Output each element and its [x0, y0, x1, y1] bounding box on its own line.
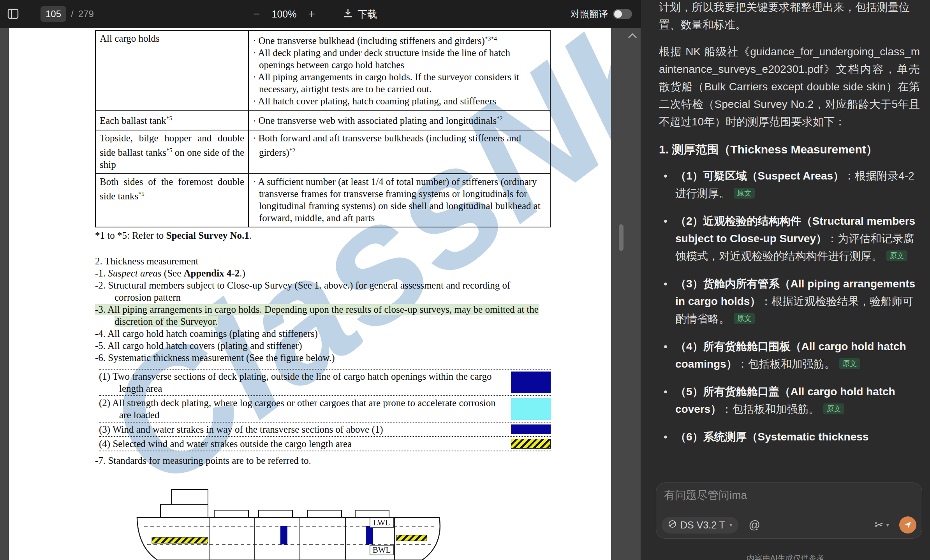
table-footnote: *1 to *5: Refer to Special Survey No.1.: [95, 229, 549, 241]
chat-section-heading: 1. 测厚范围（Thickness Measurement）: [659, 141, 920, 158]
pdf-viewer: 105 / 279 − 100% + 下载 对照翻译 ClassNK: [0, 0, 641, 560]
send-button[interactable]: [899, 516, 916, 534]
legend-swatch-cyan: [511, 398, 551, 420]
chevron-up-icon: [628, 33, 637, 40]
download-button[interactable]: 下载: [343, 0, 377, 28]
table-cell-scope: Each ballast tank*5: [95, 110, 248, 130]
pdf-scrollbar-thumb[interactable]: [619, 224, 624, 251]
scissors-icon: ✂: [875, 519, 884, 531]
source-ref-badge[interactable]: 原文: [734, 313, 755, 324]
table-row: All cargo holds One transverse bulkhead …: [95, 30, 550, 110]
mention-button[interactable]: @: [749, 519, 760, 532]
source-highlight: -3. All piping arrangements in cargo hol…: [95, 304, 539, 327]
sidebar-toggle-button[interactable]: [7, 8, 19, 21]
table-cell-scope: Topside, bilge hopper and double side ba…: [95, 130, 248, 174]
table-cell-detail: One transverse bulkhead (including stiff…: [248, 30, 550, 110]
source-ref-badge[interactable]: 原文: [734, 188, 755, 199]
source-ref-badge[interactable]: 原文: [886, 250, 907, 261]
measure-row: (1) Two transverse sections of deck plat…: [99, 369, 551, 396]
composer[interactable]: DS V3.2 T ▾ @ ✂▾: [656, 483, 922, 539]
systematic-measure-list: (1) Two transverse sections of deck plat…: [99, 369, 551, 451]
measure-row: (4) Selected wind and water strakes outs…: [99, 437, 551, 451]
legend-swatch-hatched: [511, 439, 551, 449]
zoom-controls: − 100% +: [253, 0, 315, 28]
list-item: -6. Systematic thickness measurement (Se…: [95, 352, 549, 364]
chat-bullet: （4）所有货舱舱口围板（All cargo hold hatch coaming…: [659, 338, 920, 373]
chat-message-partial: 计划，所以我要把关键要求都整理出来，包括测量位置、数量和标准。: [659, 0, 920, 33]
chevron-down-icon: ▾: [886, 521, 889, 528]
legend-swatch-navy: [511, 372, 551, 393]
page-number-input[interactable]: 105: [41, 6, 66, 22]
chat-panel: 计划，所以我要把关键要求都整理出来，包括测量位置、数量和标准。 根据 NK 船级…: [641, 0, 930, 560]
page-indicator: 105 / 279: [41, 0, 94, 28]
table-cell-scope: All cargo holds: [95, 30, 248, 110]
section-title: 2. Thickness measurement: [95, 255, 549, 267]
source-ref-badge[interactable]: 原文: [823, 403, 844, 414]
model-icon: [668, 519, 677, 531]
model-name: DS V3.2 T: [680, 519, 725, 531]
table-cell-detail: A sufficient number (at least 1/4 of tot…: [248, 174, 550, 227]
lwl-label: LWL: [373, 518, 390, 527]
table-row: Topside, bilge hopper and double side ba…: [95, 130, 550, 174]
chat-intro-paragraph: 根据 NK 船级社《guidance_for_undergoing_class_…: [659, 43, 920, 130]
list-item: -2. Structural members subject to Close-…: [95, 279, 549, 303]
chevron-down-icon: ▾: [729, 521, 733, 528]
zoom-out-button[interactable]: −: [253, 8, 260, 20]
list-item: -5. All cargo hold hatch covers (plating…: [95, 340, 549, 352]
chat-bullet: （5）所有货舱舱口盖（All cargo hold hatch covers）：…: [659, 383, 920, 418]
viewer-toolbar: 105 / 279 − 100% + 下载 对照翻译: [0, 0, 641, 28]
send-icon: [904, 520, 912, 530]
zoom-in-button[interactable]: +: [308, 8, 315, 20]
page-divider: /: [71, 9, 74, 19]
chat-input[interactable]: [664, 489, 914, 502]
translate-control: 对照翻译: [571, 0, 632, 28]
bwl-label: BWL: [373, 545, 391, 555]
table-row: Each ballast tank*5 One transverse web w…: [95, 110, 550, 130]
page-total: 279: [78, 9, 94, 19]
legend-swatch-navy: [511, 424, 551, 434]
table-row: Both sides of the foremost double side t…: [95, 174, 550, 227]
source-ref-badge[interactable]: 原文: [839, 358, 860, 369]
snippet-button[interactable]: ✂▾: [875, 519, 889, 531]
scroll-up-button[interactable]: [626, 30, 639, 42]
zoom-level: 100%: [272, 9, 297, 20]
translate-label: 对照翻译: [571, 8, 608, 20]
toggle-knob: [614, 10, 622, 18]
measure-row: (3) Wind and water strakes in way of the…: [99, 423, 551, 437]
survey-scope-table: All cargo holds One transverse bulkhead …: [95, 30, 551, 227]
table-cell-detail: One transverse web with associated plati…: [248, 110, 550, 130]
list-item: -1. Suspect areas (See Appendix 4-2.): [95, 267, 549, 279]
chat-bullet: （1）可疑区域（Suspect Areas）：根据附录4-2进行测厚。原文: [659, 167, 920, 202]
composer-controls: DS V3.2 T ▾ @ ✂▾: [662, 516, 916, 534]
model-selector[interactable]: DS V3.2 T ▾: [662, 517, 738, 534]
chat-bullet: （2）近观检验的结构构件（Structural members subject …: [659, 212, 920, 265]
list-item: -4. All cargo hold hatch coamings (plati…: [95, 328, 549, 340]
chat-messages: 计划，所以我要把关键要求都整理出来，包括测量位置、数量和标准。 根据 NK 船级…: [641, 0, 930, 446]
pdf-page: ClassNK All cargo holds One transverse b…: [9, 28, 611, 560]
app-root: 105 / 279 − 100% + 下载 对照翻译 ClassNK: [0, 0, 930, 560]
list-item-highlighted: -3. All piping arrangements in cargo hol…: [95, 303, 549, 328]
measure-row: (2) All strength deck plating, where log…: [99, 396, 551, 423]
pdf-content: All cargo holds One transverse bulkhead …: [9, 28, 611, 560]
translate-toggle[interactable]: [613, 9, 632, 19]
sidebar-panel-icon: [7, 15, 19, 21]
ai-disclaimer: 内容由AI生成仅供参考: [641, 553, 930, 560]
download-icon: [343, 8, 353, 21]
list-item: -7. Standards for measuring points are t…: [95, 454, 549, 467]
chat-bullet: （6）系统测厚（Systematic thickness: [659, 428, 920, 446]
ship-diagram: LWL BWL Cargo Length Area: [134, 484, 446, 560]
table-cell-detail: Both forward and aft transverse bulkhead…: [248, 130, 550, 174]
chat-bullet: （3）货舱内所有管系（All piping arrangements in ca…: [659, 275, 920, 328]
download-label: 下载: [358, 8, 377, 21]
table-cell-scope: Both sides of the foremost double side t…: [95, 174, 248, 227]
